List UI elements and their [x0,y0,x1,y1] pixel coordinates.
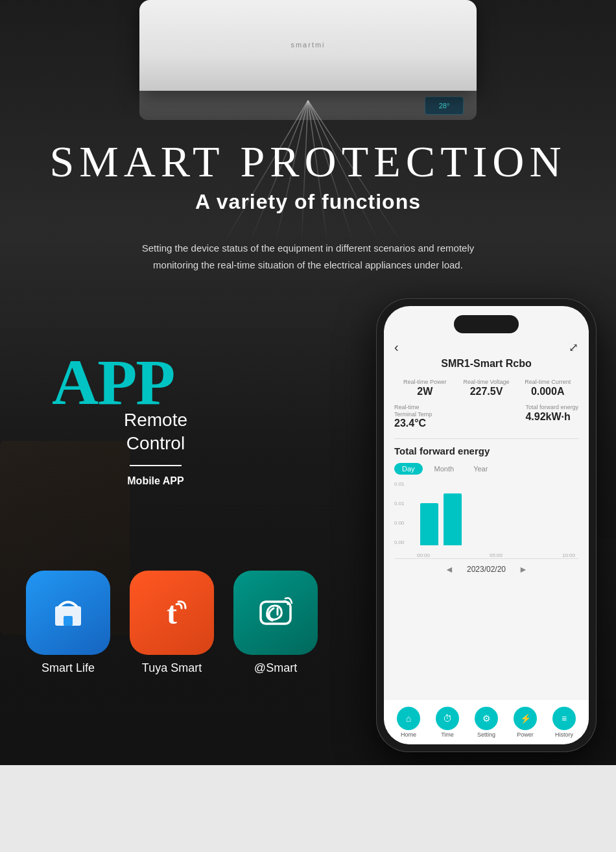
nav-item-setting[interactable]: ⚙ Setting [475,707,498,738]
chart-tab-day[interactable]: Day [394,463,423,475]
nav-item-power[interactable]: ⚡ Power [514,707,537,738]
stat-temp-label: Real-timeTerminal Temp [394,404,432,418]
bars-container [414,481,578,545]
x-label-1: 00:00 [417,552,430,558]
stat-power: Real-time Power 2W [394,379,456,397]
at-smart-label: @Smart [254,661,297,675]
main-subheading: A variety of functions [49,190,566,214]
bottom-section [0,765,616,852]
y-label-mid2: 0.00 [394,520,405,526]
phone-container: ‹ ⤢ SMR1-Smart Rcbo Real-time Power 2W R… [376,298,597,752]
stat-current-label: Real-time Current [517,379,578,386]
bar-2 [444,493,462,545]
stat-voltage-value: 227.5V [456,386,517,397]
date-prev-button[interactable]: ◄ [445,564,454,574]
nav-icon-home: ⌂ [397,707,420,730]
chart-tabs: Day Month Year [394,463,578,475]
ac-body: smartmi [139,0,477,91]
date-nav: ◄ 2023/02/20 ► [394,564,578,574]
device-name-label: SMR1-Smart Rcbo [394,358,578,370]
nav-icon-time: ⏱ [436,707,459,730]
app-divider [130,465,182,466]
app-big-text: APP [52,350,259,415]
bar-chart-area: 0.01 0.01 0.00 0.00 00:00 05:00 10 [394,481,578,559]
ac-brand-label: smartmi [290,41,325,49]
at-smart-icon[interactable] [233,571,318,655]
stat-current-value: 0.000A [517,386,578,397]
y-label-mid1: 0.01 [394,501,405,506]
remote-label: RemoteControl [124,410,187,453]
at-smart-svg [253,590,298,635]
dynamic-island [454,315,519,333]
phone-bottom-nav: ⌂ Home ⏱ Time ⚙ Setting ⚡ Power [384,699,589,744]
stat-power-label: Real-time Power [394,379,456,386]
smart-life-icon[interactable] [26,571,110,655]
tuya-smart-icon[interactable]: t [130,571,214,655]
nav-label-history: History [555,731,573,738]
svg-text:t: t [167,596,177,630]
app-mobile-label: Mobile APP [52,475,259,487]
stat-current: Real-time Current 0.000A [517,379,578,397]
phone-stats-row2: Real-timeTerminal Temp 23.4°C Total forw… [394,404,578,430]
phone-content: SMR1-Smart Rcbo Real-time Power 2W Real-… [384,358,589,580]
phone-expand-button[interactable]: ⤢ [569,340,578,355]
nav-item-home[interactable]: ⌂ Home [397,707,420,738]
stat-energy-label: Total forward energy [525,404,578,411]
content-divider [394,438,578,439]
y-label-top: 0.01 [394,481,405,487]
stat-voltage: Real-time Voltage 227.5V [456,379,517,397]
nav-icon-power: ⚡ [514,707,537,730]
chart-x-labels: 00:00 05:00 10:00 [414,552,578,558]
stat-voltage-label: Real-time Voltage [456,379,517,386]
date-display: 2023/02/20 [467,565,506,574]
tuya-svg: t [149,590,195,635]
nav-label-home: Home [401,731,416,738]
phone-stats-row1: Real-time Power 2W Real-time Voltage 227… [394,379,578,397]
nav-icon-history: ≡ [552,707,576,730]
app-icon-item-smart-life: Smart Life [26,571,110,675]
bar-1 [420,503,438,545]
phone-outer: ‹ ⤢ SMR1-Smart Rcbo Real-time Power 2W R… [376,298,597,752]
tuya-smart-label: Tuya Smart [142,661,202,675]
app-icons-row: Smart Life t Tuya Smart [26,571,318,675]
date-next-button[interactable]: ► [519,564,528,574]
nav-label-power: Power [517,731,534,738]
nav-icon-setting: ⚙ [475,707,498,730]
nav-item-history[interactable]: ≡ History [552,707,576,738]
y-label-bot: 0.00 [394,539,405,545]
stat-energy-value: 4.92kW·h [525,411,578,423]
x-label-2: 05:00 [490,552,503,558]
stat-temp: Real-timeTerminal Temp 23.4°C [394,404,432,430]
chart-tab-month[interactable]: Month [427,463,462,475]
phone-inner: ‹ ⤢ SMR1-Smart Rcbo Real-time Power 2W R… [384,306,589,744]
chart-y-labels: 0.01 0.01 0.00 0.00 [394,481,405,545]
stat-power-value: 2W [394,386,456,397]
chart-tab-year[interactable]: Year [466,463,495,475]
x-label-3: 10:00 [562,552,575,558]
hero-section: smartmi 28° SMART PROTECTION A variety o… [0,0,616,765]
app-icon-item-at-smart: @Smart [233,571,318,675]
smart-life-svg [45,590,91,635]
ac-unit: smartmi 28° [139,0,477,117]
app-section: APP RemoteControl Mobile APP [52,350,259,487]
nav-label-time: Time [441,731,454,738]
main-heading: SMART PROTECTION [49,136,566,187]
nav-item-time[interactable]: ⏱ Time [436,707,459,738]
description-text: Setting the device status of the equipme… [126,240,490,273]
nav-label-setting: Setting [477,731,495,738]
stat-energy: Total forward energy 4.92kW·h [525,404,578,423]
app-icon-item-tuya: t Tuya Smart [130,571,214,675]
smart-life-label: Smart Life [41,661,95,675]
main-title-block: SMART PROTECTION A variety of functions [49,136,566,214]
phone-header-row: ‹ ⤢ [394,340,578,355]
stat-temp-value: 23.4°C [394,418,432,429]
svg-rect-9 [64,616,73,626]
phone-back-button[interactable]: ‹ [394,340,399,355]
chart-title: Total forward energy [394,445,578,456]
